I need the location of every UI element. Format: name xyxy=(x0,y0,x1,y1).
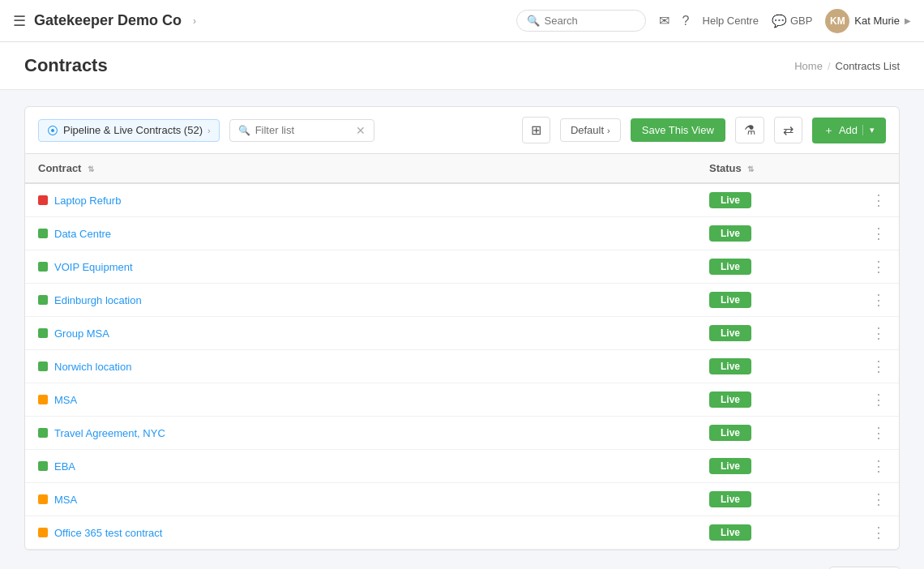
help-centre-link[interactable]: Help Centre xyxy=(703,15,759,27)
status-badge: Live xyxy=(709,325,751,341)
default-view-btn[interactable]: Default › xyxy=(560,118,621,142)
actions-cell: ⋮ xyxy=(858,317,899,350)
contract-link[interactable]: MSA xyxy=(38,394,683,406)
breadcrumb: Home / Contracts List xyxy=(794,60,900,72)
filter-icon: ⚗ xyxy=(744,122,755,138)
actions-cell: ⋮ xyxy=(858,483,899,516)
row-more-button[interactable]: ⋮ xyxy=(871,359,886,374)
status-cell: Live xyxy=(696,383,858,417)
avatar: KM xyxy=(825,9,849,33)
contract-link[interactable]: VOIP Equipment xyxy=(38,261,683,273)
actions-cell: ⋮ xyxy=(858,183,899,217)
filter-search-icon: 🔍 xyxy=(238,125,250,136)
row-more-button[interactable]: ⋮ xyxy=(871,293,886,307)
status-cell: Live xyxy=(696,350,858,383)
contract-name-cell: Group MSA xyxy=(25,317,696,350)
contract-link[interactable]: Laptop Refurb xyxy=(38,195,683,207)
contract-sort-icon: ⇅ xyxy=(88,165,94,173)
view-caret-icon: › xyxy=(207,126,211,135)
contract-name-cell: Travel Agreement, NYC xyxy=(25,417,696,450)
table-row: MSA Live ⋮ xyxy=(25,483,899,516)
user-name: Kat Murie xyxy=(854,15,900,27)
contract-link[interactable]: Norwich location xyxy=(38,361,683,373)
status-cell: Live xyxy=(696,417,858,450)
contract-link[interactable]: EBA xyxy=(38,460,683,473)
contract-link[interactable]: Data Centre xyxy=(38,228,683,240)
status-cell: Live xyxy=(696,516,858,550)
contract-link[interactable]: Travel Agreement, NYC xyxy=(38,427,683,439)
row-more-button[interactable]: ⋮ xyxy=(871,525,886,540)
app-title: Gatekeeper Demo Co xyxy=(34,12,182,29)
contract-name-cell: Laptop Refurb xyxy=(25,183,696,217)
contract-color-dot xyxy=(38,328,48,338)
help-centre-label: Help Centre xyxy=(703,15,759,27)
status-cell: Live xyxy=(696,217,858,250)
contracts-table: Contract ⇅ Status ⇅ Laptop Refurb xyxy=(25,154,899,550)
contract-color-dot xyxy=(38,395,48,404)
breadcrumb-home[interactable]: Home xyxy=(794,60,823,72)
contract-name-cell: Norwich location xyxy=(25,350,696,383)
toolbar: ⦿ Pipeline & Live Contracts (52) › 🔍 ✕ ⊞… xyxy=(24,106,900,154)
status-badge: Live xyxy=(709,259,751,275)
contract-color-dot xyxy=(38,494,48,504)
breadcrumb-separator: / xyxy=(828,60,831,72)
column-header-contract[interactable]: Contract ⇅ xyxy=(25,154,696,183)
status-badge: Live xyxy=(709,225,751,242)
contract-name-text: EBA xyxy=(54,460,75,473)
hamburger-icon[interactable]: ☰ xyxy=(13,12,26,30)
view-selector[interactable]: ⦿ Pipeline & Live Contracts (52) › xyxy=(38,119,220,142)
filter-input[interactable] xyxy=(255,124,352,136)
row-more-button[interactable]: ⋮ xyxy=(871,326,886,340)
search-box[interactable]: 🔍 xyxy=(516,10,646,32)
row-more-button[interactable]: ⋮ xyxy=(871,259,886,274)
actions-cell: ⋮ xyxy=(858,284,899,317)
radio-icon: ⦿ xyxy=(47,124,58,137)
row-more-button[interactable]: ⋮ xyxy=(871,193,886,207)
contract-link[interactable]: Edinburgh location xyxy=(38,294,683,306)
row-more-button[interactable]: ⋮ xyxy=(871,226,886,241)
status-cell: Live xyxy=(696,250,858,284)
status-badge: Live xyxy=(709,524,751,541)
filter-input-wrap[interactable]: 🔍 ✕ xyxy=(229,119,375,142)
swap-icon: ⇄ xyxy=(783,122,794,138)
mail-icon[interactable]: ✉ xyxy=(659,13,669,28)
help-icon[interactable]: ? xyxy=(682,14,690,28)
plus-icon: ＋ xyxy=(823,123,834,138)
currency-widget[interactable]: 💬 GBP xyxy=(772,14,812,28)
contract-name-text: Norwich location xyxy=(54,361,131,373)
user-widget[interactable]: KM Kat Murie ▶ xyxy=(825,9,911,33)
contract-color-dot xyxy=(38,262,48,272)
save-view-button[interactable]: Save This View xyxy=(631,118,725,142)
row-more-button[interactable]: ⋮ xyxy=(871,392,886,407)
contract-name-text: MSA xyxy=(54,494,77,506)
contract-name-text: Group MSA xyxy=(54,327,109,340)
row-more-button[interactable]: ⋮ xyxy=(871,492,886,507)
contract-name-cell: Office 365 test contract xyxy=(25,516,696,550)
contract-color-dot xyxy=(38,195,48,205)
main-content: ⦿ Pipeline & Live Contracts (52) › 🔍 ✕ ⊞… xyxy=(0,90,924,569)
contract-link[interactable]: Office 365 test contract xyxy=(38,527,683,539)
swap-btn[interactable]: ⇄ xyxy=(774,117,802,143)
row-more-button[interactable]: ⋮ xyxy=(871,426,886,440)
actions-cell: ⋮ xyxy=(858,450,899,483)
actions-cell: ⋮ xyxy=(858,350,899,383)
contract-name-cell: MSA xyxy=(25,383,696,417)
contracts-table-container: Contract ⇅ Status ⇅ Laptop Refurb xyxy=(24,154,900,550)
row-more-button[interactable]: ⋮ xyxy=(871,459,886,473)
add-button[interactable]: ＋ Add ▾ xyxy=(812,118,886,143)
contract-link[interactable]: MSA xyxy=(38,494,683,506)
status-badge: Live xyxy=(709,391,751,408)
columns-btn[interactable]: ⊞ xyxy=(522,117,550,143)
clear-filter-icon[interactable]: ✕ xyxy=(356,124,366,137)
search-input[interactable] xyxy=(545,15,635,27)
filter-btn[interactable]: ⚗ xyxy=(735,117,764,143)
contract-name-text: VOIP Equipment xyxy=(54,261,133,273)
status-cell: Live xyxy=(696,284,858,317)
column-header-status[interactable]: Status ⇅ xyxy=(696,154,858,183)
table-row: Edinburgh location Live ⋮ xyxy=(25,284,899,317)
contract-name-text: Office 365 test contract xyxy=(54,527,162,539)
add-btn-caret-icon: ▾ xyxy=(862,125,875,135)
currency-label: GBP xyxy=(790,15,812,27)
contract-link[interactable]: Group MSA xyxy=(38,327,683,340)
contract-color-dot xyxy=(38,229,48,238)
